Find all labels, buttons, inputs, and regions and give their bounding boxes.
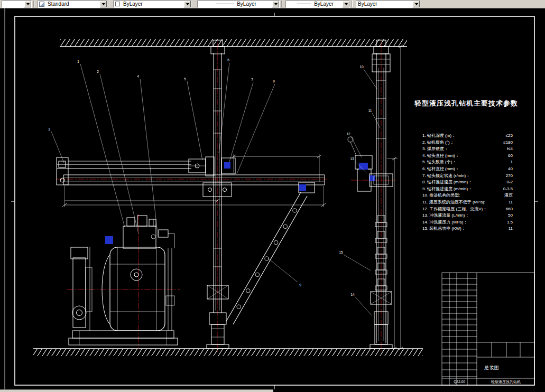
param-value: 0-3.5 bbox=[503, 186, 513, 193]
linetype-combo[interactable]: ByLayer bbox=[197, 1, 280, 8]
param-row: 8. 钻杆推进速度 (m/min)：0-2 bbox=[422, 179, 513, 186]
lineweight-line-icon bbox=[297, 4, 311, 4]
params-list: 1. 钻孔深度 (m)：≤25 2. 钻机摆角 (°)：≤180 3. 煤层硬度… bbox=[414, 133, 513, 232]
layer-combo[interactable] bbox=[2, 1, 32, 8]
front-view-dimensions bbox=[62, 154, 326, 207]
toolbar-separator bbox=[33, 1, 34, 7]
callout-label: 11 bbox=[368, 109, 372, 113]
text-style-icon bbox=[39, 2, 44, 7]
param-value: 11 bbox=[509, 226, 513, 232]
param-row: 12. 工作额定电压 (三相、交流V)：660 bbox=[422, 206, 513, 213]
callout-label: 14 bbox=[350, 293, 355, 296]
param-label: 2. 钻机摆角 (°)： bbox=[422, 139, 454, 146]
lineweight-combo-arrow[interactable] bbox=[343, 1, 349, 7]
floor-hatch bbox=[33, 349, 423, 356]
param-row: 15. 装机总功率 (KW)：11 bbox=[422, 226, 513, 232]
param-row: 10. 推进机构的类型:液压 bbox=[422, 192, 513, 199]
params-title: 轻型液压浅孔钻机主要技术参数 bbox=[414, 99, 513, 108]
param-row: 14. 冲洗液压力 (MPa)：1.5 bbox=[422, 219, 513, 226]
param-value: 270 bbox=[506, 173, 513, 180]
callout-label: 6 bbox=[227, 58, 229, 62]
param-label: 9. 钻杆推进速度 (m/min)： bbox=[422, 186, 472, 193]
title-block-text: 总装图 QZJ-00 轻型液压浅孔钻机 bbox=[454, 365, 521, 384]
param-value: 660 bbox=[506, 206, 513, 213]
object-properties-toolbar: Standard ByLayer ByLayer ByLayer ByLaye bbox=[0, 0, 545, 8]
param-row: 7. 钻头额定转速 (r/min)：270 bbox=[422, 173, 513, 180]
color-combo[interactable]: ByLayer bbox=[113, 1, 191, 8]
param-label: 8. 钻杆推进速度 (m/min)： bbox=[422, 179, 472, 186]
callout-label: 3 bbox=[48, 127, 50, 131]
callout-label: 5 bbox=[184, 77, 186, 81]
title-block-drawing-type: 总装图 bbox=[484, 365, 499, 370]
param-label: 4. 钻头直径 (mm)： bbox=[422, 153, 459, 160]
param-value: 0-2 bbox=[506, 179, 513, 186]
param-row: 6. 钻杆直径 (mm)：40 bbox=[422, 166, 513, 173]
color-combo-arrow[interactable] bbox=[184, 1, 191, 7]
layer-combo-arrow[interactable] bbox=[24, 1, 31, 7]
text-style-combo[interactable]: Standard bbox=[38, 1, 107, 8]
lineweight-combo-value: ByLayer bbox=[313, 1, 334, 7]
callout-label: 8 bbox=[273, 79, 275, 83]
lineweight-combo[interactable]: ByLayer bbox=[285, 1, 350, 8]
param-value: 40 bbox=[508, 166, 513, 173]
title-block-drawing-no: QZJ-00 bbox=[454, 380, 465, 384]
text-style-value: Standard bbox=[46, 1, 100, 7]
param-row: 2. 钻机摆角 (°)：≤180 bbox=[422, 139, 513, 146]
param-value: 60 bbox=[508, 153, 513, 160]
param-row: 13. 冲洗液流量 (L/min)：50 bbox=[422, 212, 513, 219]
color-swatch-icon bbox=[115, 2, 120, 6]
param-label: 11. 液压系统的油压不低于 (MPa): bbox=[422, 199, 485, 206]
param-label: 7. 钻头额定转速 (r/min)： bbox=[422, 173, 470, 180]
callout-label: 15 bbox=[339, 250, 343, 254]
toolbar-separator bbox=[352, 1, 353, 7]
callout-label: 13 bbox=[350, 157, 354, 161]
param-value: 50 bbox=[508, 212, 513, 219]
title-block-product-name: 轻型液压浅孔钻机 bbox=[491, 380, 521, 384]
param-value: 液压 bbox=[504, 192, 513, 199]
param-value: ≤25 bbox=[506, 133, 513, 139]
callout-label: 10 bbox=[359, 65, 364, 69]
callout-label: 12 bbox=[346, 132, 350, 136]
linetype-combo-arrow[interactable] bbox=[272, 1, 279, 7]
param-row: 5. 钻头数量 (个)：1 bbox=[422, 159, 513, 166]
param-value: 1 bbox=[511, 159, 513, 166]
param-label: 6. 钻杆直径 (mm)： bbox=[422, 166, 459, 173]
param-label: 3. 煤层硬度： bbox=[422, 146, 448, 153]
param-row: 4. 钻头直径 (mm)：60 bbox=[422, 153, 513, 160]
motor-pump-unit bbox=[69, 216, 178, 345]
param-row: 1. 钻孔深度 (m)：≤25 bbox=[422, 133, 513, 139]
cad-window: Standard ByLayer ByLayer ByLayer ByLaye bbox=[0, 0, 545, 392]
param-row: 3. 煤层硬度：f≤4 bbox=[422, 146, 513, 153]
param-label: 1. 钻孔深度 (m)： bbox=[422, 133, 456, 139]
param-label: 10. 推进机构的类型: bbox=[422, 192, 460, 199]
param-value: f≤4 bbox=[507, 146, 513, 153]
callout-numbers: 1 2 3 4 5 6 7 8 9 10 11 12 13 14 15 bbox=[48, 58, 372, 296]
ceiling-hatch bbox=[60, 39, 407, 46]
diagonal-brace bbox=[226, 192, 307, 324]
color-combo-value: ByLayer bbox=[122, 1, 184, 7]
horizontal-scrollbar[interactable] bbox=[0, 389, 273, 392]
callout-label: 2 bbox=[97, 70, 99, 73]
plotstyle-combo[interactable]: ByLayer bbox=[356, 1, 420, 8]
param-label: 15. 装机总功率 (KW)： bbox=[422, 226, 466, 232]
param-value: 11 bbox=[509, 199, 513, 206]
param-row: 11. 液压系统的油压不低于 (MPa):11 bbox=[422, 199, 513, 206]
param-label: 5. 钻头数量 (个)： bbox=[422, 159, 456, 166]
plotstyle-combo-arrow[interactable] bbox=[413, 1, 420, 7]
text-style-combo-arrow[interactable] bbox=[100, 1, 107, 7]
param-label: 12. 工作额定电压 (三相、交流V)： bbox=[422, 206, 487, 213]
toolbar-separator bbox=[281, 1, 282, 7]
toolbar-separator bbox=[193, 1, 194, 7]
callout-label: 7 bbox=[251, 78, 253, 81]
param-row: 9. 钻杆推进速度 (m/min)：0-3.5 bbox=[422, 186, 513, 193]
drawing-canvas[interactable]: 1 2 3 4 5 6 7 8 9 10 11 12 13 14 15 bbox=[0, 8, 545, 392]
side-view bbox=[348, 40, 393, 349]
front-view-arm bbox=[57, 157, 325, 193]
callout-label: 9 bbox=[299, 283, 301, 287]
plotstyle-combo-value: ByLayer bbox=[356, 1, 413, 7]
toolbar-separator bbox=[109, 1, 110, 7]
param-label: 13. 冲洗液流量 (L/min)： bbox=[422, 212, 469, 219]
linetype-line-icon bbox=[216, 4, 234, 4]
callout-label: 4 bbox=[137, 74, 139, 78]
param-value: ≤180 bbox=[503, 139, 513, 146]
